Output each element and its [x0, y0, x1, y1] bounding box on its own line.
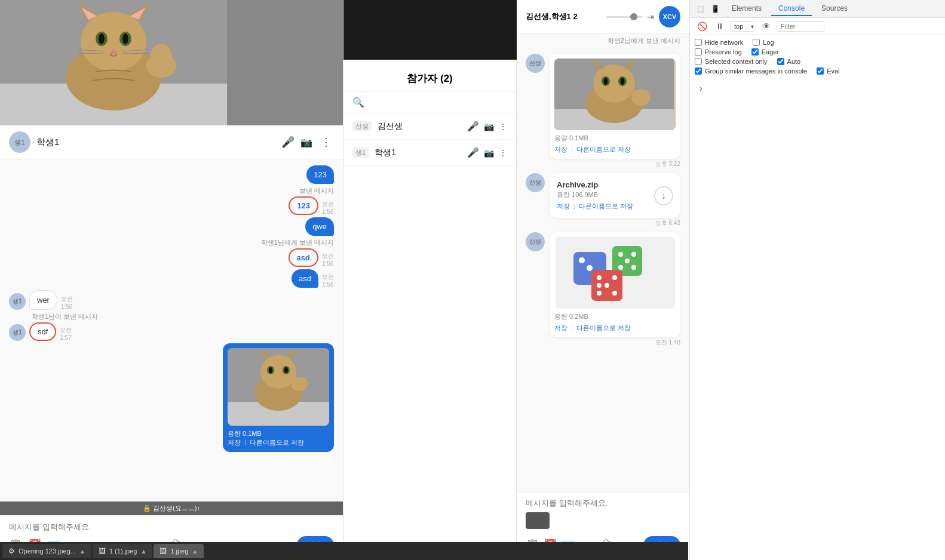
zip-saveas[interactable]: 다른이름으로 저장: [579, 202, 633, 210]
cb-selected-context[interactable]: [695, 58, 702, 65]
svg-point-54: [605, 283, 609, 288]
cam-icon-0[interactable]: 📷: [484, 122, 494, 131]
mic-button-left[interactable]: 🎤: [281, 136, 294, 149]
dice-saveas[interactable]: 다른이름으로 저장: [576, 324, 631, 333]
cb-group-similar[interactable]: [695, 67, 702, 75]
messages-right: 선생: [517, 48, 689, 492]
right-chat-input[interactable]: [526, 499, 680, 507]
context-select-wrapper: top ▾: [730, 21, 756, 32]
zip-save[interactable]: 저장: [557, 202, 570, 210]
cam-button-left[interactable]: 📷: [300, 137, 312, 148]
participant-name-0: 김선생: [378, 121, 461, 132]
cb-eval[interactable]: [817, 67, 824, 75]
checkbox-hide-network[interactable]: Hide network: [695, 39, 743, 46]
file-saveas-link[interactable]: 다른이름으로 저장: [250, 438, 304, 447]
clear-console-btn[interactable]: 🚫: [695, 20, 710, 32]
msg-time-6: 오전1:56: [61, 295, 73, 310]
more-button-left[interactable]: ⋮: [318, 133, 334, 151]
filter-input[interactable]: [777, 21, 824, 32]
tab-console[interactable]: Console: [771, 2, 812, 16]
bottom-tab-arrow-1[interactable]: ▲: [140, 548, 146, 555]
msg-row-1: 123: [9, 165, 334, 184]
msg-bubble-5: asd: [292, 269, 318, 288]
pause-btn[interactable]: ⏸: [713, 20, 726, 32]
bottom-tab-label-2: 1.jpeg: [170, 547, 188, 555]
cb-auto[interactable]: [777, 58, 784, 65]
expand-btn[interactable]: ⇥: [647, 12, 654, 21]
messages-left: 123 보낸 메시지 오전1:56 123 qwe 학생1님에게 보낸 메시지 …: [0, 159, 343, 516]
bottom-tab-1[interactable]: 🖼 1 (1).jpeg ▲: [93, 544, 152, 558]
slider-thumb[interactable]: [630, 13, 637, 20]
devtools-content: ›: [690, 78, 945, 560]
mic-icon-0[interactable]: 🎤: [467, 121, 479, 132]
cb-eager[interactable]: [751, 48, 759, 56]
dice-links[interactable]: 저장 | 다른이름으로 저장: [554, 324, 676, 333]
more-icon-1[interactable]: ⋮: [499, 148, 507, 158]
participants-panel: 참가자 (2) 🔍 선생 김선생 🎤 📷 ⋮ 생1 학생1 🎤 📷 ⋮: [343, 60, 517, 560]
tab-elements[interactable]: Elements: [725, 2, 769, 16]
checkbox-selected-context[interactable]: Selected context only: [695, 58, 768, 65]
right-msg-row-3: 선생: [526, 232, 680, 347]
volume-slider[interactable]: [606, 16, 642, 18]
participant-item-0: 선생 김선생 🎤 📷 ⋮: [343, 113, 516, 140]
checkbox-row-1: Hide network Log: [695, 39, 940, 46]
zip-links[interactable]: 저장 | 다른이름으로 저장: [557, 202, 648, 211]
cam-icon-1[interactable]: 📷: [484, 148, 494, 158]
cb-eval-label: Eval: [827, 67, 839, 75]
bottom-tab-icon-1: 🖼: [99, 547, 106, 555]
eye-icon-btn[interactable]: 👁: [760, 20, 773, 32]
devtools-device-btn[interactable]: 📱: [708, 2, 722, 16]
cb-preserve-log[interactable]: [695, 48, 702, 56]
dice-save[interactable]: 저장: [554, 324, 567, 333]
save-link-1[interactable]: 저장: [554, 145, 567, 154]
cb-hide-network[interactable]: [695, 39, 702, 46]
svg-point-22: [260, 355, 296, 389]
svg-point-43: [579, 257, 585, 263]
chat-panel-right: 김선생,학생1 2 ⇥ XCV 학생2님에게 보낸 메시지 선생: [517, 0, 690, 560]
checkbox-row-3: Selected context only Auto: [695, 58, 940, 65]
checkbox-group-similar[interactable]: Group similar messages in console: [695, 67, 807, 75]
emoji-picker[interactable]: [526, 512, 550, 529]
more-icon-0[interactable]: ⋮: [499, 122, 507, 131]
video-area: [0, 0, 343, 125]
svg-point-18: [151, 44, 172, 70]
saveas-link-1[interactable]: 다른이름으로 저장: [576, 145, 631, 154]
checkbox-log[interactable]: Log: [753, 39, 774, 46]
file-card-dice: 용량 0.2MB 저장 | 다른이름으로 저장: [550, 232, 680, 337]
file-card-links-1[interactable]: 저장 | 다른이름으로 저장: [554, 145, 676, 154]
cb-log[interactable]: [753, 39, 760, 46]
svg-point-40: [631, 89, 651, 106]
participant-role-1: 생1: [352, 147, 369, 158]
avatar-recv-2: 생1: [9, 324, 26, 341]
expand-arrow[interactable]: ›: [695, 81, 707, 96]
devtools-inspect-btn[interactable]: ⬚: [695, 2, 706, 16]
checkbox-preserve-log[interactable]: Preserve log: [695, 48, 742, 56]
tab-sources[interactable]: Sources: [814, 2, 855, 16]
checkbox-auto[interactable]: Auto: [777, 58, 801, 65]
bottom-tab-arrow-2[interactable]: ▲: [192, 548, 198, 555]
file-save-link[interactable]: 저장: [228, 438, 241, 447]
file-card-1: 용량 0.1MB 저장 | 다른이름으로 저장: [550, 54, 680, 159]
chat-input-left[interactable]: [9, 522, 334, 531]
msg-row-5: 오전1:56 asd: [9, 269, 334, 288]
msg-row-7: 학생1님이 보낸 메시지 생1 sdf 오전1:57: [9, 312, 334, 341]
search-input-participants[interactable]: [369, 98, 507, 107]
cb-preserve-label: Preserve log: [705, 48, 742, 56]
mic-icon-1[interactable]: 🎤: [467, 147, 479, 158]
svg-point-53: [597, 275, 602, 280]
context-select[interactable]: top: [730, 21, 756, 32]
bottom-tab-arrow-0[interactable]: ▲: [79, 548, 85, 555]
participant-icons-0: 🎤 📷 ⋮: [467, 121, 507, 132]
bottom-tab-0[interactable]: ⚙ Opening 123.jpeg... ▲: [2, 544, 91, 558]
msg-bubble-6: wer: [29, 290, 57, 310]
svg-point-44: [587, 265, 593, 271]
bottom-tab-2[interactable]: 🖼 1.jpeg ▲: [154, 544, 204, 558]
right-msg-row-2: 선생 Archive.zip 용량 106.9MB 저장 | 다른이름으로 저장…: [526, 173, 680, 227]
svg-point-29: [291, 377, 308, 391]
file-links[interactable]: 저장 | 다른이름으로 저장: [228, 438, 329, 447]
checkbox-eval[interactable]: Eval: [817, 67, 839, 75]
download-btn[interactable]: ↓: [654, 186, 673, 205]
svg-point-3: [81, 12, 146, 72]
msg-row-file: 용량 0.1MB 저장 | 다른이름으로 저장: [9, 343, 334, 452]
checkbox-eager[interactable]: Eager: [751, 48, 779, 56]
